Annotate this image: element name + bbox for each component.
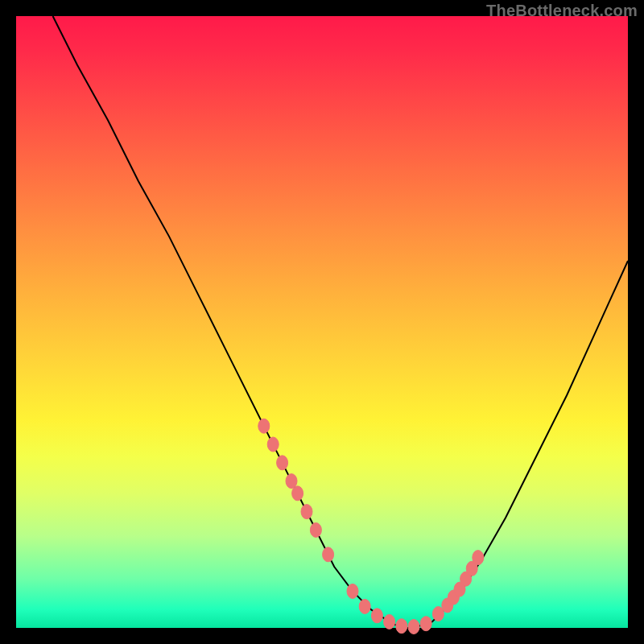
curve-svg: [16, 16, 628, 628]
highlight-dot: [258, 419, 270, 433]
highlight-dot: [292, 486, 303, 501]
highlight-dot: [301, 505, 312, 519]
highlight-dot: [286, 474, 297, 489]
highlight-dot: [384, 614, 395, 629]
highlight-dot: [420, 617, 431, 631]
highlight-dot: [277, 456, 288, 470]
highlight-dot: [371, 609, 382, 623]
highlight-dot: [473, 551, 484, 565]
chart-stage: TheBottleneck.com: [0, 0, 644, 644]
highlight-dot: [359, 599, 370, 613]
plot-area: [16, 16, 628, 628]
highlight-dots-group: [258, 419, 484, 634]
highlight-dot: [323, 547, 334, 562]
highlight-dot: [267, 437, 279, 452]
highlight-dot: [310, 522, 321, 537]
highlight-dot: [347, 584, 358, 598]
highlight-dot: [408, 620, 419, 634]
bottleneck-curve: [53, 16, 628, 628]
highlight-dot: [396, 619, 407, 634]
